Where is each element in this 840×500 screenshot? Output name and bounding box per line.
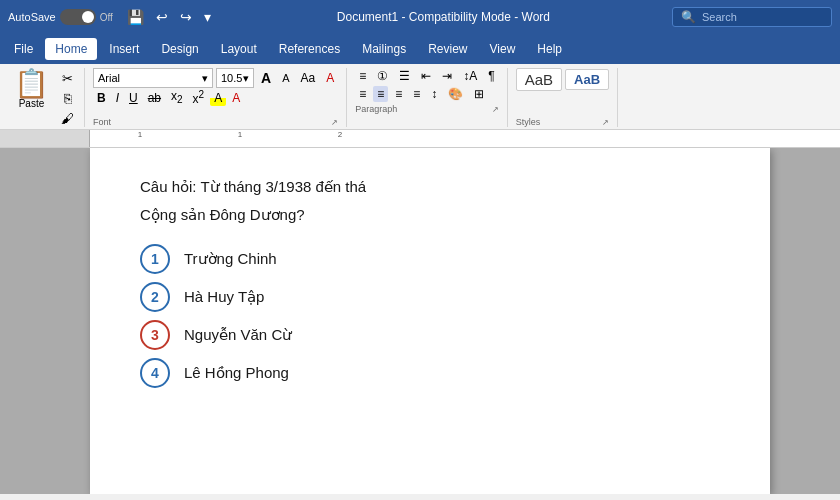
justify-button[interactable]: ≡ (409, 86, 424, 102)
font-expand-icon[interactable]: ↗ (331, 118, 338, 127)
show-marks-button[interactable]: ¶ (484, 68, 498, 84)
underline-button[interactable]: U (125, 90, 142, 106)
autosave-area: AutoSave Off (8, 9, 113, 25)
answer-item: 4Lê Hồng Phong (140, 358, 720, 388)
format-painter-button[interactable]: 🖌 (59, 110, 76, 127)
answer-text: Trường Chinh (184, 250, 277, 268)
sort-button[interactable]: ↕A (459, 68, 481, 84)
toggle-off-label: Off (100, 12, 113, 23)
font-group-footer: Font ↗ (93, 117, 338, 127)
styles-group-label: Styles (516, 117, 541, 127)
paste-button[interactable]: 📋 Paste (8, 68, 55, 111)
font-grow-button[interactable]: A (257, 69, 275, 87)
numbering-button[interactable]: ① (373, 68, 392, 84)
font-size-chevron: ▾ (243, 72, 249, 85)
menu-references[interactable]: References (269, 38, 350, 60)
change-case-button[interactable]: Aa (296, 70, 319, 86)
borders-button[interactable]: ⊞ (470, 86, 488, 102)
autosave-toggle[interactable] (60, 9, 96, 25)
doc-area: Câu hỏi: Từ tháng 3/1938 đến thá Cộng sả… (0, 148, 840, 494)
menu-bar: File Home Insert Design Layout Reference… (0, 34, 840, 64)
search-icon: 🔍 (681, 10, 696, 24)
normal-style-box[interactable]: AaB (516, 68, 562, 91)
paste-label: Paste (19, 98, 45, 109)
margin-marker (76, 168, 90, 182)
clipboard-group: 📋 Paste ✂ ⎘ 🖌 (8, 68, 85, 127)
align-center-button[interactable]: ≡ (373, 86, 388, 102)
font-shrink-button[interactable]: A (278, 71, 293, 85)
align-right-button[interactable]: ≡ (391, 86, 406, 102)
text-highlight-button[interactable]: A (210, 90, 226, 106)
search-box[interactable]: 🔍 (672, 7, 832, 27)
ruler-content: 1 1 2 (90, 130, 840, 147)
styles-expand-icon[interactable]: ↗ (602, 118, 609, 127)
font-color-button[interactable]: A (228, 90, 244, 106)
menu-insert[interactable]: Insert (99, 38, 149, 60)
doc-title: Document1 - Compatibility Mode - Word (221, 10, 666, 24)
answer-item: 2Hà Huy Tập (140, 282, 720, 312)
answer-text: Hà Huy Tập (184, 288, 264, 306)
answer-item: 1Trường Chinh (140, 244, 720, 274)
title-bar: AutoSave Off 💾 ↩ ↪ ▾ Document1 - Compati… (0, 0, 840, 34)
font-name-selector[interactable]: Arial ▾ (93, 68, 213, 88)
font-group-label: Font (93, 117, 111, 127)
para-row2: ≡ ≡ ≡ ≡ ↕ 🎨 ⊞ (355, 86, 498, 102)
italic-button[interactable]: I (112, 90, 123, 106)
answer-circle-num: 3 (140, 320, 170, 350)
decrease-indent-button[interactable]: ⇤ (417, 68, 435, 84)
menu-help[interactable]: Help (527, 38, 572, 60)
superscript-button[interactable]: x2 (189, 88, 209, 107)
redo-icon[interactable]: ↪ (176, 7, 196, 27)
customize-icon[interactable]: ▾ (200, 7, 215, 27)
answer-circle-num: 2 (140, 282, 170, 312)
increase-indent-button[interactable]: ⇥ (438, 68, 456, 84)
menu-review[interactable]: Review (418, 38, 477, 60)
doc-page[interactable]: Câu hỏi: Từ tháng 3/1938 đến thá Cộng sả… (90, 148, 770, 494)
font-size-selector[interactable]: 10.5 ▾ (216, 68, 254, 88)
undo-icon[interactable]: ↩ (152, 7, 172, 27)
bold-button[interactable]: B (93, 90, 110, 106)
line-spacing-button[interactable]: ↕ (427, 86, 441, 102)
font-size-value: 10.5 (221, 72, 242, 84)
align-left-button[interactable]: ≡ (355, 86, 370, 102)
paste-icon: 📋 (14, 70, 49, 98)
toolbar-icons: 💾 ↩ ↪ ▾ (123, 7, 215, 27)
menu-layout[interactable]: Layout (211, 38, 267, 60)
clear-format-button[interactable]: A (322, 70, 338, 86)
ruler-num-1: 1 (138, 130, 142, 139)
para-expand-icon[interactable]: ↗ (492, 105, 499, 114)
menu-home[interactable]: Home (45, 38, 97, 60)
font-name-value: Arial (98, 72, 120, 84)
shading-button[interactable]: 🎨 (444, 86, 467, 102)
styles-group-footer: Styles ↗ (516, 117, 609, 127)
para-group-label: Paragraph (355, 104, 397, 114)
ruler-left-margin (0, 130, 90, 147)
bullets-button[interactable]: ≡ (355, 68, 370, 84)
menu-file[interactable]: File (4, 38, 43, 60)
answer-circle-num: 4 (140, 358, 170, 388)
answer-item: 3Nguyễn Văn Cừ (140, 320, 720, 350)
strikethrough-button[interactable]: ab (144, 90, 165, 106)
cut-button[interactable]: ✂ (59, 70, 76, 87)
para-row1: ≡ ① ☰ ⇤ ⇥ ↕A ¶ (355, 68, 498, 84)
ribbon: 📋 Paste ✂ ⎘ 🖌 Arial ▾ 10.5 ▾ A A A (0, 64, 840, 130)
menu-design[interactable]: Design (151, 38, 208, 60)
answer-text: Lê Hồng Phong (184, 364, 289, 382)
multilevel-button[interactable]: ☰ (395, 68, 414, 84)
clipboard-sub: ✂ ⎘ 🖌 (59, 68, 76, 127)
heading1-style-box[interactable]: AaB (565, 69, 609, 90)
search-input[interactable] (702, 11, 822, 23)
answer-circle-num: 1 (140, 244, 170, 274)
answer-list: 1Trường Chinh2Hà Huy Tập3Nguyễn Văn Cừ4L… (140, 244, 720, 388)
styles-group: AaB AaB Styles ↗ (516, 68, 618, 127)
autosave-label: AutoSave (8, 11, 56, 23)
menu-mailings[interactable]: Mailings (352, 38, 416, 60)
ribbon-font-section: Arial ▾ 10.5 ▾ A A Aa A B I U ab x2 x2 (93, 68, 338, 107)
save-icon[interactable]: 💾 (123, 7, 148, 27)
font-format-row: B I U ab x2 x2 A A (93, 88, 338, 107)
copy-button[interactable]: ⎘ (59, 90, 76, 107)
subscript-button[interactable]: x2 (167, 88, 187, 106)
menu-view[interactable]: View (480, 38, 526, 60)
para-group-footer: Paragraph ↗ (355, 104, 498, 114)
ruler-num-2: 1 (238, 130, 242, 139)
